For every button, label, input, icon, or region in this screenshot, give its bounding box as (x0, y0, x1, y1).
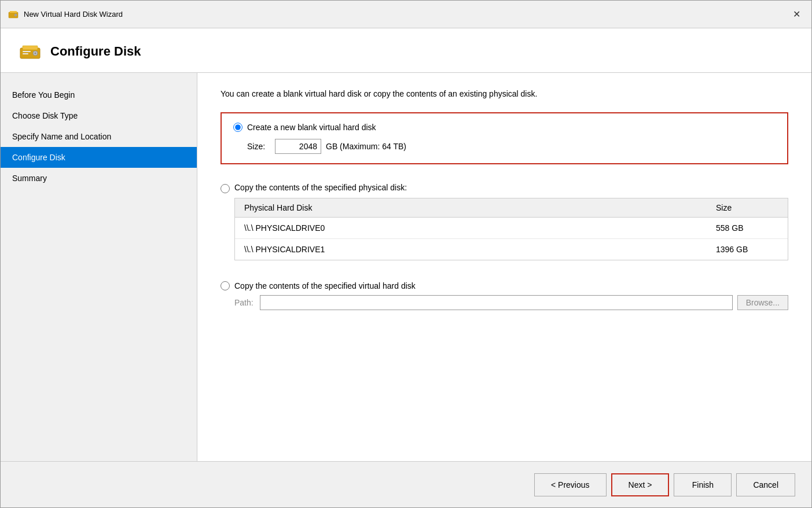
physical-drive-0-name: \\.\ PHYSICALDRIVE0 (235, 218, 707, 239)
main-content: You can create a blank virtual hard disk… (197, 73, 811, 461)
table-row[interactable]: \\.\ PHYSICALDRIVE1 1396 GB (235, 239, 788, 260)
next-button[interactable]: Next > (611, 473, 670, 496)
title-bar-left: New Virtual Hard Disk Wizard (8, 9, 123, 20)
copy-vhd-label[interactable]: Copy the contents of the specified virtu… (234, 281, 416, 290)
disk-table-container: Physical Hard Disk Size \\.\ PHYSICALDRI… (234, 198, 788, 260)
path-input[interactable] (260, 295, 733, 310)
cancel-button[interactable]: Cancel (736, 473, 795, 496)
sidebar-item-choose-disk-type[interactable]: Choose Disk Type (1, 105, 197, 126)
size-unit: GB (Maximum: 64 TB) (326, 142, 406, 151)
sidebar-item-summary[interactable]: Summary (1, 168, 197, 189)
copy-physical-label[interactable]: Copy the contents of the specified physi… (234, 183, 407, 192)
disk-table: Physical Hard Disk Size \\.\ PHYSICALDRI… (235, 198, 788, 260)
copy-physical-radio[interactable] (221, 184, 230, 193)
description-text: You can create a blank virtual hard disk… (221, 89, 788, 98)
title-bar-icon (8, 9, 19, 20)
copy-physical-option-container: Copy the contents of the specified physi… (221, 178, 788, 260)
physical-drive-0-size: 558 GB (707, 218, 788, 239)
title-text: New Virtual Hard Disk Wizard (24, 10, 123, 19)
copy-physical-radio-row: Copy the contents of the specified physi… (221, 183, 788, 193)
footer: < Previous Next > Finish Cancel (1, 461, 811, 507)
copy-vhd-option-container: Copy the contents of the specified virtu… (221, 272, 788, 310)
disk-table-col2-header: Size (707, 198, 788, 218)
svg-point-7 (35, 53, 36, 54)
finish-button[interactable]: Finish (674, 473, 732, 496)
sidebar: Before You Begin Choose Disk Type Specif… (1, 73, 197, 461)
sidebar-item-before-you-begin[interactable]: Before You Begin (1, 84, 197, 105)
copy-vhd-radio-row: Copy the contents of the specified virtu… (221, 281, 788, 290)
create-new-radio-row: Create a new blank virtual hard disk (233, 123, 776, 132)
title-bar: New Virtual Hard Disk Wizard ✕ (1, 1, 811, 28)
create-new-label[interactable]: Create a new blank virtual hard disk (247, 123, 376, 132)
create-new-option-block: Create a new blank virtual hard disk Siz… (221, 112, 788, 164)
sidebar-item-configure-disk[interactable]: Configure Disk (1, 147, 197, 168)
create-new-radio[interactable] (233, 123, 243, 132)
path-row: Path: Browse... (234, 295, 788, 310)
path-label: Path: (234, 298, 255, 307)
close-button[interactable]: ✕ (788, 6, 804, 23)
header-section: Configure Disk (1, 28, 811, 73)
header-disk-icon (19, 42, 41, 61)
svg-rect-5 (23, 46, 38, 50)
svg-rect-1 (10, 11, 17, 13)
browse-button[interactable]: Browse... (737, 295, 788, 310)
sidebar-item-specify-name-location[interactable]: Specify Name and Location (1, 126, 197, 147)
physical-drive-1-name: \\.\ PHYSICALDRIVE1 (235, 239, 707, 260)
header-title: Configure Disk (50, 44, 141, 59)
size-row: Size: GB (Maximum: 64 TB) (233, 139, 776, 154)
svg-point-3 (15, 14, 16, 16)
physical-drive-1-size: 1396 GB (707, 239, 788, 260)
disk-table-col1-header: Physical Hard Disk (235, 198, 707, 218)
content-area: Before You Begin Choose Disk Type Specif… (1, 73, 811, 461)
svg-rect-8 (23, 51, 31, 52)
svg-rect-9 (23, 53, 28, 54)
table-row[interactable]: \\.\ PHYSICALDRIVE0 558 GB (235, 218, 788, 239)
copy-vhd-radio[interactable] (221, 281, 230, 290)
size-input[interactable] (275, 139, 321, 154)
size-label: Size: (247, 142, 270, 151)
wizard-window: New Virtual Hard Disk Wizard ✕ Configure… (0, 0, 812, 508)
previous-button[interactable]: < Previous (534, 473, 607, 496)
